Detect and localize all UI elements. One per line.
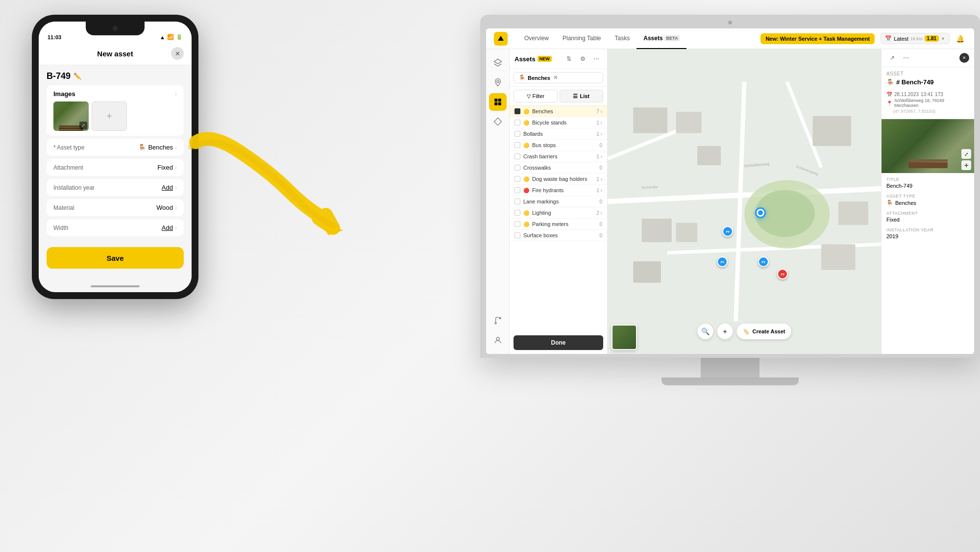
create-asset-button[interactable]: 🏷️ Create Asset (737, 324, 791, 339)
material-row[interactable]: Material Wood › (47, 199, 184, 216)
notification-bell-icon[interactable]: 🔔 (954, 32, 966, 45)
asset-checkbox[interactable] (514, 187, 520, 193)
save-button[interactable]: Save (47, 247, 184, 269)
sidebar-layers-icon[interactable] (489, 54, 507, 72)
benches-filter-tag[interactable]: 🪑 Benches ✕ (514, 72, 603, 83)
map-marker-bench-1[interactable] (722, 226, 733, 237)
list-item[interactable]: 🔴 Fire hydrants 1 › (510, 185, 607, 196)
sidebar-route-icon[interactable] (489, 312, 507, 329)
new-feature-button[interactable]: New: Winter Service + Task Management (760, 33, 875, 44)
svg-rect-27 (838, 201, 868, 225)
list-item[interactable]: 🟡 Parking meters 0 (510, 219, 607, 230)
more-icon[interactable]: ⋯ (590, 53, 602, 65)
filter-button[interactable]: ▽ Filter (514, 90, 558, 102)
asset-item-left: 🟡 Parking meters (514, 221, 568, 227)
asset-checkbox[interactable] (514, 176, 520, 182)
asset-item-left: Lane markings (514, 199, 559, 204)
detail-close-button[interactable]: ✕ (959, 53, 969, 63)
nav-planning-table[interactable]: Planning Table (556, 28, 608, 49)
asset-name: Bollards (523, 131, 543, 137)
asset-checkbox[interactable] (514, 232, 520, 238)
images-header: Images › (53, 90, 177, 98)
svg-rect-34 (720, 261, 724, 262)
detail-attachment-field: Attachment Fixed (886, 211, 969, 223)
detail-more-icon[interactable]: ⋯ (900, 52, 912, 64)
asset-item-left: Crosswalks (514, 165, 551, 171)
map-marker-bench-2[interactable] (717, 256, 728, 267)
images-chevron-icon: › (175, 91, 177, 98)
add-image-button[interactable]: + (92, 101, 127, 131)
attachment-row[interactable]: Attachment Fixed › (47, 159, 184, 176)
detail-share-icon[interactable]: ↗ (886, 52, 898, 64)
asset-item-left: 🟡 Benches (514, 108, 553, 114)
asset-checkbox[interactable] (514, 131, 520, 137)
sort-icon[interactable]: ⇅ (563, 53, 575, 65)
asset-checkbox[interactable] (514, 165, 520, 171)
asset-item-left: 🟡 Bus stops (514, 142, 556, 148)
asset-checkbox[interactable] (514, 153, 520, 159)
detail-fields: Title Bench-749 Asset type 🪑 Benches (882, 173, 974, 354)
installation-year-row[interactable]: Installation year Add › (47, 179, 184, 196)
assets-toolbar: ⇅ ⚙ ⋯ (563, 53, 602, 65)
close-button[interactable]: ✕ (171, 47, 184, 60)
map-marker-bench-4[interactable] (758, 256, 769, 267)
nav-tasks[interactable]: Tasks (608, 28, 637, 49)
asset-item-left: 🟡 Lighting (514, 210, 551, 216)
assets-panel-header: Assets NEW ⇅ ⚙ ⋯ (510, 49, 607, 69)
sidebar-assets-icon[interactable] (489, 93, 507, 111)
list-item[interactable]: Lane markings 0 (510, 196, 607, 207)
filter-icon[interactable]: ⚙ (577, 53, 588, 65)
edit-icon[interactable]: ✏️ (74, 73, 81, 80)
map-area[interactable]: Schleißberweg Dorfstraße Schlierbergweg (608, 49, 881, 354)
detail-title-field: Title Bench-749 (886, 177, 969, 189)
asset-checkbox[interactable] (514, 221, 520, 227)
done-button[interactable]: Done (514, 335, 603, 350)
benches-filter-bar: 🪑 Benches ✕ (510, 69, 607, 87)
asset-type-row[interactable]: * Asset type 🪑 Benches › (47, 139, 184, 156)
sidebar-diamond-icon[interactable] (489, 113, 507, 130)
list-item[interactable]: 🟡 Bus stops 0 (510, 140, 607, 151)
photo-controls: ⤢ ✛ (961, 149, 971, 170)
list-item[interactable]: 🟡 Dog waste bag holders 1 › (510, 174, 607, 185)
bench-photo-thumb[interactable]: ⤢ (53, 101, 89, 131)
map-marker-bench-3[interactable] (777, 269, 788, 279)
asset-checkbox[interactable] (514, 120, 520, 125)
asset-name: Crosswalks (523, 165, 551, 171)
asset-checkbox[interactable] (514, 199, 520, 204)
svg-rect-3 (494, 99, 497, 101)
list-item[interactable]: Bollards 1 › (510, 128, 607, 140)
list-item[interactable]: Crosswalks 0 (510, 162, 607, 174)
list-item[interactable]: Crash barriers 1 › (510, 151, 607, 162)
photo-move-icon[interactable]: ✛ (961, 160, 971, 170)
map-controls: 🔍 + 🏷️ Create Asset (698, 324, 791, 339)
list-button[interactable]: ☰ List (560, 90, 604, 102)
asset-name: Benches (532, 108, 553, 114)
photo-expand-icon[interactable]: ⤢ (961, 149, 971, 159)
list-item[interactable]: 🟡 Bicycle stands 1 › (510, 117, 607, 128)
asset-checkbox[interactable] (514, 142, 520, 148)
assets-panel-title: Assets (514, 55, 536, 63)
km-badge: 1.81 (925, 35, 939, 42)
list-item[interactable]: 🟡 Lighting 2 › (510, 207, 607, 219)
detail-photo[interactable]: ⤢ ✛ (882, 119, 974, 173)
nav-overview[interactable]: Overview (517, 28, 556, 49)
width-label: Width (53, 225, 69, 231)
map-search-button[interactable]: 🔍 (698, 324, 713, 339)
sidebar-map-icon[interactable] (489, 74, 507, 91)
material-value: Wood › (156, 204, 177, 211)
width-row[interactable]: Width Add › (47, 219, 184, 236)
sidebar-user-icon[interactable] (489, 331, 507, 349)
svg-rect-4 (498, 99, 501, 101)
asset-checkbox[interactable] (514, 108, 520, 114)
asset-checkbox[interactable] (514, 210, 520, 216)
map-thumbnail[interactable] (612, 325, 637, 350)
asset-name: Bus stops (532, 142, 556, 148)
nav-assets[interactable]: Assets BETA (637, 28, 686, 49)
list-item[interactable]: Surface boxes 0 (510, 230, 607, 241)
app-topbar: Overview Planning Table Tasks Assets BET… (486, 28, 974, 49)
latest-button[interactable]: 📅 Latest 16 km 1.81 ▼ (881, 33, 950, 44)
map-zoom-button[interactable]: + (717, 324, 733, 339)
signal-icon: ▲ (160, 34, 165, 40)
list-item[interactable]: 🟡 Benches 7 › (510, 106, 607, 117)
monitor-screen: Overview Planning Table Tasks Assets BET… (486, 28, 974, 354)
